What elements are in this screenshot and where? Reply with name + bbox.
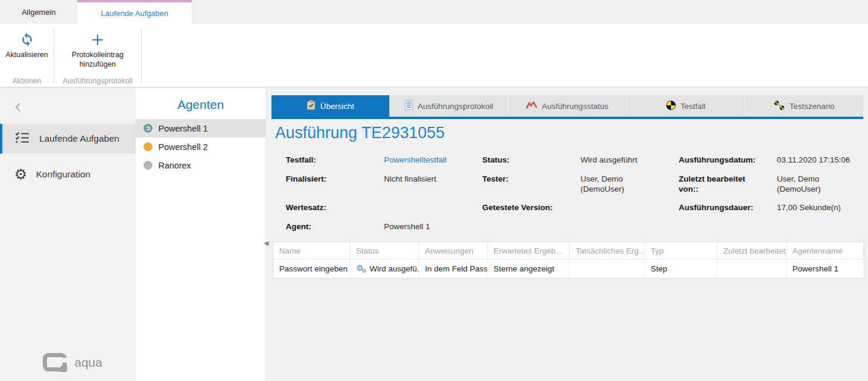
refresh-icon	[0, 27, 54, 50]
sidebar-item-konfiguration[interactable]: ⚙ Konfiguration	[0, 160, 136, 189]
detail-value-agent: Powershell 1	[384, 221, 482, 239]
table-cell-anweisungen[interactable]: In dem Feld Pass...	[419, 260, 488, 278]
steps-table: Name Status Anweisungen Erwartetes Ergeb…	[273, 242, 864, 279]
table-cell-zuletzt-bearbeitet[interactable]	[717, 260, 786, 278]
tab-label: Ausführungsprotokoll	[418, 102, 494, 111]
tab-label: Testfall	[680, 102, 705, 111]
detail-label-status: Status:	[482, 155, 580, 174]
detail-label-ausfuehrungsdatum: Ausführungsdatum:	[679, 155, 777, 174]
panel-collapse-arrow-icon[interactable]: ◀	[264, 240, 268, 246]
content-tabstrip: Übersicht Ausführungsprotokoll Ausführun…	[271, 95, 863, 117]
ribbon-group-divider	[141, 29, 142, 83]
add-log-entry-button-label: Protokolleintrag hinzufügen	[59, 50, 136, 69]
detail-label-agent: Agent:	[286, 221, 384, 239]
plus-icon	[54, 27, 141, 50]
detail-label-ausfuehrungsdauer: Ausführungsdauer:	[679, 202, 777, 221]
detail-label-finalisiert: Finalisiert:	[286, 174, 384, 202]
tab-uebersicht[interactable]: Übersicht	[271, 95, 389, 117]
agent-item-powershell-1[interactable]: Powershell 1	[136, 119, 266, 138]
detail-value-zuletzt-bearbeitet-von: User, Demo (DemoUser)	[777, 174, 866, 202]
table-cell-erwartetes-ergebnis[interactable]: Sterne angezeigt	[488, 260, 570, 278]
detail-label-getestete-version: Getestete Version:	[482, 202, 580, 221]
ribbon: Allgemein Laufende Aufgaben Aktualisiere…	[0, 0, 868, 88]
tab-label: Testszenario	[789, 102, 835, 111]
ribbon-tab-laufende-aufgaben[interactable]: Laufende Aufgaben	[77, 0, 192, 24]
ribbon-tab-allgemein[interactable]: Allgemein	[0, 0, 77, 24]
detail-value-testfall-link[interactable]: Powershelltestfall	[384, 155, 482, 174]
aqua-logo-icon	[43, 353, 67, 371]
column-header-name[interactable]: Name	[273, 242, 350, 260]
agents-panel: Agenten Powershell 1 Powershell 2 Ranore…	[136, 88, 266, 381]
tab-underline	[271, 117, 863, 119]
ribbon-body: Aktualisieren Protokolleintrag hinzufüge…	[0, 24, 868, 87]
tab-label: Ausführungsstatus	[542, 102, 608, 111]
agent-status-offline-icon	[143, 161, 152, 170]
table-cell-typ[interactable]: Step	[645, 260, 717, 278]
agent-name: Ranorex	[158, 161, 191, 170]
ribbon-tabstrip: Allgemein Laufende Aufgaben	[0, 0, 868, 24]
tab-ausfuehrungsstatus[interactable]: Ausführungsstatus	[508, 95, 626, 117]
add-log-entry-button[interactable]: Protokolleintrag hinzufügen	[54, 27, 141, 69]
agent-item-powershell-2[interactable]: Powershell 2	[136, 138, 266, 156]
table-cell-name[interactable]: Passwort eingeben	[273, 260, 350, 278]
pulse-icon	[526, 101, 537, 111]
agent-status-busy-icon	[143, 142, 152, 151]
ribbon-group-label-aktionen: Aktionen	[0, 77, 54, 85]
detail-label-tester: Tester:	[482, 174, 580, 202]
agent-status-running-icon	[143, 124, 152, 133]
column-header-status[interactable]: Status	[350, 242, 419, 260]
detail-value-wertesatz	[384, 202, 482, 221]
column-header-typ[interactable]: Typ	[645, 242, 717, 260]
tab-testfall[interactable]: Testfall	[627, 95, 745, 117]
checklist-icon	[14, 130, 30, 147]
sidebar: Laufende Aufgaben ⚙ Konfiguration aqua	[0, 88, 136, 381]
detail-value-ausfuehrungsdauer: 17,00 Sekunde(n)	[777, 202, 866, 221]
gears-icon: ⚙⚙	[356, 264, 367, 274]
agent-name: Powershell 1	[158, 124, 208, 133]
column-header-agentenname[interactable]: Agentenname	[786, 242, 864, 260]
detail-label-zuletzt-bearbeitet-von: Zuletzt bearbeitet von::	[679, 174, 777, 202]
column-header-tatsaechliches-ergebnis[interactable]: Tatsächliches Erg...	[570, 242, 645, 260]
sidebar-item-laufende-aufgaben[interactable]: Laufende Aufgaben	[0, 124, 136, 154]
refresh-button[interactable]: Aktualisieren	[0, 27, 54, 60]
document-icon	[405, 100, 413, 112]
detail-value-getestete-version	[580, 202, 679, 221]
tab-testszenario[interactable]: Testszenario	[745, 95, 863, 117]
table-cell-tatsaechliches-ergebnis[interactable]	[570, 260, 645, 278]
back-button[interactable]	[12, 100, 25, 117]
agents-panel-title: Agenten	[136, 88, 266, 119]
page-title: Ausführung TE2931055	[275, 124, 445, 142]
aqua-logo-text: aqua	[74, 355, 102, 370]
agent-name: Powershell 2	[158, 142, 208, 152]
detail-value-finalisiert: Nicht finalisiert	[384, 174, 482, 202]
main-content: Übersicht Ausführungsprotokoll Ausführun…	[266, 88, 868, 381]
tab-ausfuehrungsprotokoll[interactable]: Ausführungsprotokoll	[390, 95, 508, 117]
gear-icon: ⚙	[14, 167, 27, 182]
execution-details: Testfall: Powershelltestfall Status: Wir…	[286, 155, 866, 239]
tab-label: Übersicht	[320, 102, 354, 111]
detail-value-ausfuehrungsdatum: 03.11.2020 17:15:06	[777, 155, 866, 174]
detail-value-tester: User, Demo (DemoUser)	[580, 174, 679, 202]
test-disc-icon	[666, 101, 676, 112]
agent-item-ranorex[interactable]: Ranorex	[136, 156, 266, 174]
table-cell-status[interactable]: ⚙⚙ Wird ausgefü...	[350, 260, 419, 278]
chevron-left-icon	[12, 106, 25, 116]
detail-label-testfall: Testfall:	[286, 155, 384, 174]
ribbon-group-label-ausfuehrungsprotokoll: Ausführungsprotokoll	[54, 77, 141, 85]
detail-label-wertesatz: Wertesatz:	[286, 202, 384, 221]
column-header-zuletzt-bearbeitet[interactable]: Zuletzt bearbeitet...	[717, 242, 786, 260]
column-header-erwartetes-ergebnis[interactable]: Erwartetes Ergeb...	[488, 242, 570, 260]
sidebar-item-label: Laufende Aufgaben	[39, 133, 119, 144]
refresh-button-label: Aktualisieren	[0, 50, 54, 60]
table-cell-agentenname[interactable]: Powershell 1	[786, 260, 864, 278]
test-scenario-icon	[774, 101, 785, 112]
column-header-anweisungen[interactable]: Anweisungen	[419, 242, 488, 260]
aqua-logo: aqua	[43, 353, 102, 371]
clipboard-icon	[307, 100, 316, 112]
detail-value-status: Wird ausgeführt	[580, 155, 679, 174]
sidebar-item-label: Konfiguration	[36, 169, 90, 180]
